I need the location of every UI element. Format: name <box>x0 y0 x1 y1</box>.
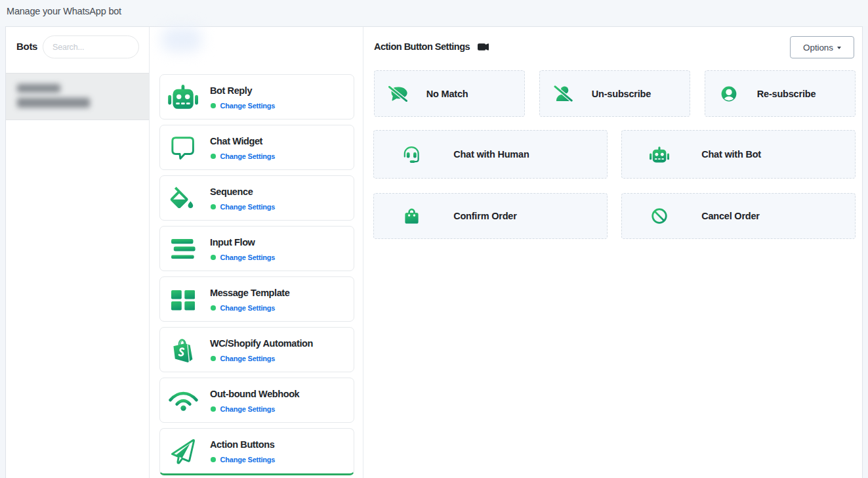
status-dot <box>211 406 216 412</box>
change-settings-row: Change Settings <box>211 253 275 261</box>
change-settings-link[interactable]: Change Settings <box>220 355 276 362</box>
change-settings-row: Change Settings <box>211 102 275 110</box>
module-title: Sequence <box>210 186 253 197</box>
module-title: WC/Shopify Automation <box>210 338 313 349</box>
status-dot <box>211 204 216 209</box>
action-button-label: Cancel Order <box>699 211 854 221</box>
action-button-no-match[interactable]: No Match <box>374 70 525 117</box>
change-settings-link[interactable]: Change Settings <box>220 456 276 464</box>
change-settings-row: Change Settings <box>211 456 275 464</box>
action-button-label: Re-subscribe <box>755 89 855 99</box>
action-button-confirm-order[interactable]: Confirm Order <box>373 193 608 239</box>
action-button-cancel-order[interactable]: Cancel Order <box>621 193 856 239</box>
topbar: Manage your WhatsApp bot <box>0 0 868 26</box>
change-settings-link[interactable]: Change Settings <box>220 203 276 211</box>
change-settings-link[interactable]: Change Settings <box>220 405 276 413</box>
action-button-label: Confirm Order <box>451 211 606 221</box>
action-button-chat-with-human[interactable]: Chat with Human <box>373 130 608 179</box>
bot-name-redacted <box>17 84 60 93</box>
paint-fill-icon <box>167 176 199 220</box>
caret-down-icon <box>837 47 841 49</box>
robot-icon <box>167 75 199 119</box>
chat-slash-icon <box>373 86 423 102</box>
module-title: Message Template <box>210 288 289 298</box>
bots-search-input[interactable] <box>43 35 139 58</box>
action-button-un-subscribe[interactable]: Un-subscribe <box>539 70 690 117</box>
module-card-action-buttons[interactable]: Action Buttons Change Settings <box>159 428 354 475</box>
action-button-label: No Match <box>424 89 524 99</box>
change-settings-row: Change Settings <box>211 152 275 160</box>
status-dot <box>211 154 216 159</box>
headset-icon <box>373 146 450 163</box>
action-button-re-subscribe[interactable]: Re-subscribe <box>705 70 856 117</box>
status-dot <box>211 255 216 260</box>
module-card-input-flow[interactable]: Input Flow Change Settings <box>159 226 354 271</box>
bots-panel-title: Bots <box>16 41 37 52</box>
module-title: Out-bound Webhook <box>210 389 299 399</box>
person-circle-icon <box>704 86 754 102</box>
main-panel: Bots Bot Reply Change Settings <box>5 26 863 478</box>
paper-plane-icon <box>167 429 199 473</box>
module-card-shopify[interactable]: WC/Shopify Automation Change Settings <box>159 327 354 372</box>
action-button-label: Un-subscribe <box>590 89 690 99</box>
bag-icon <box>373 208 450 224</box>
status-dot <box>211 457 216 462</box>
status-dot <box>211 356 216 361</box>
options-button-label: Options <box>803 43 833 53</box>
divider-modules-settings <box>363 27 363 478</box>
change-settings-link[interactable]: Change Settings <box>220 304 276 312</box>
change-settings-row: Change Settings <box>211 203 275 211</box>
change-settings-link[interactable]: Change Settings <box>220 253 276 261</box>
module-title: Action Buttons <box>210 439 274 450</box>
person-slash-icon <box>539 85 589 102</box>
bot-list-item-selected[interactable] <box>6 73 149 120</box>
video-camera-icon <box>478 43 489 51</box>
action-button-label: Chat with Bot <box>699 149 854 160</box>
module-card-chat-widget[interactable]: Chat Widget Change Settings <box>159 125 354 170</box>
status-dot <box>211 305 216 311</box>
settings-title: Action Button Settings <box>374 41 470 52</box>
grid-icon <box>167 277 199 321</box>
divider-bots-modules <box>149 27 150 478</box>
action-button-chat-with-bot[interactable]: Chat with Bot <box>621 130 856 179</box>
change-settings-link[interactable]: Change Settings <box>220 152 276 160</box>
action-button-label: Chat with Human <box>451 149 606 160</box>
module-title: Input Flow <box>210 237 255 248</box>
blurred-avatar <box>161 27 202 52</box>
settings-header: Action Button Settings <box>374 41 489 52</box>
lines-icon <box>167 227 199 271</box>
options-button[interactable]: Options <box>790 36 854 58</box>
module-title: Chat Widget <box>210 136 262 146</box>
chat-bubble-icon <box>167 125 199 169</box>
module-card-webhook[interactable]: Out-bound Webhook Change Settings <box>159 378 354 423</box>
slash-circle-icon <box>621 208 698 224</box>
robot-icon <box>621 145 698 163</box>
change-settings-link[interactable]: Change Settings <box>220 102 276 110</box>
change-settings-row: Change Settings <box>211 355 275 362</box>
bot-phone-redacted <box>17 98 90 108</box>
shopify-icon <box>167 328 199 372</box>
wifi-icon <box>167 378 199 422</box>
module-title: Bot Reply <box>210 85 252 96</box>
module-card-bot-reply[interactable]: Bot Reply Change Settings <box>159 74 354 120</box>
page-title: Manage your WhatsApp bot <box>7 6 121 16</box>
change-settings-row: Change Settings <box>211 304 275 312</box>
status-dot <box>211 103 216 108</box>
module-card-sequence[interactable]: Sequence Change Settings <box>159 175 354 221</box>
change-settings-row: Change Settings <box>211 405 275 413</box>
module-card-message-template[interactable]: Message Template Change Settings <box>159 276 354 322</box>
